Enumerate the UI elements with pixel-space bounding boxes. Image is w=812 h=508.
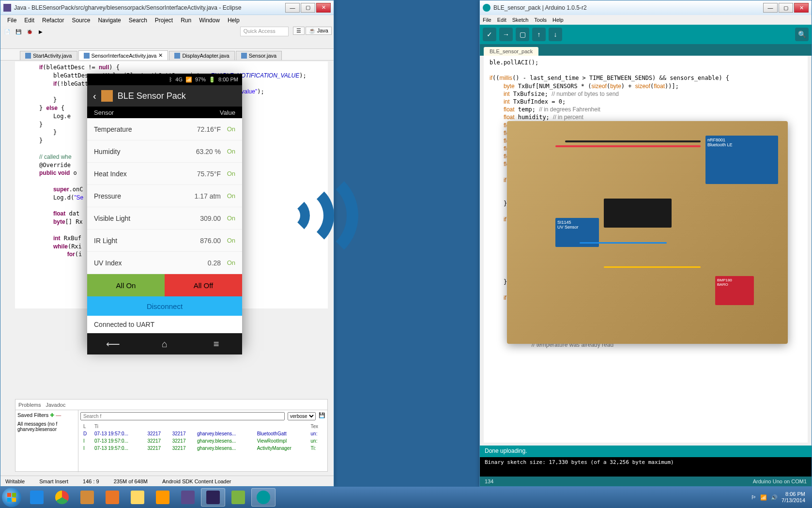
circuit-board-image: nRF8001 Bluetooth LE SI1145 UV Sensor BM… bbox=[507, 121, 788, 344]
menu-file[interactable]: File bbox=[483, 17, 491, 23]
nav-back-button[interactable]: ⟵ bbox=[103, 338, 123, 350]
svg-rect-2 bbox=[7, 498, 11, 502]
eclipse-icon bbox=[206, 491, 220, 504]
close-button[interactable]: ✕ bbox=[794, 3, 809, 13]
chrome-icon bbox=[55, 491, 69, 504]
debug-button[interactable]: 🐞 bbox=[25, 27, 34, 36]
logcat-search-input[interactable] bbox=[80, 412, 285, 420]
windows-taskbar: 🏳 📶 🔊 8:06 PM 7/13/2014 bbox=[0, 487, 812, 508]
sensor-row-heat-index[interactable]: Heat Index75.75°FOn bbox=[87, 163, 242, 185]
tab-sensor[interactable]: Sensor.java bbox=[236, 51, 282, 60]
open-sketch-button[interactable]: ↑ bbox=[532, 28, 546, 41]
menu-help[interactable]: Help bbox=[552, 17, 564, 23]
menu-file[interactable]: File bbox=[3, 16, 20, 25]
save-button[interactable]: 💾 bbox=[14, 27, 23, 36]
tab-startactivity[interactable]: StartActivity.java bbox=[20, 51, 77, 60]
taskbar-matlab[interactable] bbox=[100, 488, 124, 507]
app-icon bbox=[181, 491, 195, 504]
tray-volume-icon[interactable]: 🔊 bbox=[771, 494, 778, 501]
sensor-row-humidity[interactable]: Humidity63.20 %On bbox=[87, 140, 242, 163]
menu-run[interactable]: Run bbox=[177, 16, 195, 25]
save-sketch-button[interactable]: ↓ bbox=[549, 28, 562, 41]
arduino-status: Done uploading. bbox=[480, 446, 812, 457]
minimize-button[interactable]: — bbox=[285, 3, 300, 13]
disconnect-button[interactable]: Disconnect bbox=[87, 296, 242, 316]
logcat-level-select[interactable]: verbose bbox=[288, 412, 316, 420]
tray-network-icon[interactable]: 📶 bbox=[760, 494, 767, 501]
menu-edit[interactable]: Edit bbox=[497, 17, 506, 23]
arduino-titlebar[interactable]: BLE_sensor_pack | Arduino 1.0.5-r2 — ▢ ✕ bbox=[480, 0, 812, 15]
menu-source[interactable]: Source bbox=[68, 16, 94, 25]
taskbar-explorer[interactable] bbox=[125, 488, 150, 507]
run-button[interactable]: ▶ bbox=[36, 27, 46, 36]
eclipse-icon bbox=[3, 4, 11, 12]
log-row[interactable]: D07-13 19:57:0...3221732217gharvey.blese… bbox=[81, 431, 324, 437]
system-tray: 🏳 📶 🔊 8:06 PM 7/13/2014 bbox=[746, 491, 810, 504]
taskbar-ie[interactable] bbox=[25, 488, 49, 507]
verify-button[interactable]: ✓ bbox=[483, 28, 496, 41]
maximize-button[interactable]: ▢ bbox=[779, 3, 793, 13]
arduino-toolbar: ✓ → ▢ ↑ ↓ 🔍 bbox=[480, 25, 812, 44]
save-log-icon[interactable]: 💾 bbox=[319, 412, 325, 420]
sensor-row-temperature[interactable]: Temperature72.16°FOn bbox=[87, 118, 242, 140]
menu-refactor[interactable]: Refactor bbox=[38, 16, 68, 25]
col-value: Value bbox=[220, 109, 235, 116]
menu-sketch[interactable]: Sketch bbox=[512, 17, 529, 23]
java-perspective-button[interactable]: ☕ Java bbox=[306, 27, 332, 35]
new-button[interactable]: 📄 bbox=[2, 27, 12, 36]
taskbar-chrome[interactable] bbox=[50, 488, 74, 507]
java-file-icon bbox=[174, 53, 180, 59]
close-button[interactable]: ✕ bbox=[316, 3, 331, 13]
sensor-list-header: Sensor Value bbox=[87, 107, 242, 118]
java-file-icon bbox=[25, 53, 31, 59]
taskbar-app2[interactable] bbox=[176, 488, 200, 507]
taskbar-app3[interactable] bbox=[226, 488, 250, 507]
start-button[interactable] bbox=[2, 488, 21, 507]
taskbar-media[interactable] bbox=[151, 488, 175, 507]
log-row[interactable]: I07-13 19:57:0...3221732217gharvey.blese… bbox=[81, 438, 324, 444]
eclipse-title: Java - BLESensorPack/src/gharvey/blesens… bbox=[14, 4, 285, 11]
log-row[interactable]: I07-13 19:57:0...3221732217gharvey.blese… bbox=[81, 445, 324, 451]
eclipse-titlebar[interactable]: Java - BLESensorPack/src/gharvey/blesens… bbox=[0, 0, 334, 15]
menu-edit[interactable]: Edit bbox=[20, 16, 38, 25]
taskbar-arduino[interactable] bbox=[251, 488, 276, 507]
sensor-row-visible-light[interactable]: Visible Light309.00On bbox=[87, 207, 242, 230]
menu-tools[interactable]: Tools bbox=[534, 17, 547, 23]
back-button[interactable]: ‹ bbox=[93, 91, 96, 102]
tab-problems[interactable]: Problems bbox=[18, 402, 41, 408]
upload-button[interactable]: → bbox=[499, 28, 513, 41]
tray-clock[interactable]: 8:06 PM 7/13/2014 bbox=[781, 491, 805, 504]
taskbar-app1[interactable] bbox=[75, 488, 99, 507]
phone-statusbar: ᛒ 4G 📶 97% 🔋 8:00 PM bbox=[87, 74, 242, 85]
filter-all-messages[interactable]: All messages (no f bbox=[17, 421, 76, 427]
new-sketch-button[interactable]: ▢ bbox=[516, 28, 529, 41]
maximize-button[interactable]: ▢ bbox=[301, 3, 315, 13]
all-off-button[interactable]: All Off bbox=[165, 274, 242, 296]
menu-navigate[interactable]: Navigate bbox=[94, 16, 124, 25]
open-perspective-button[interactable]: ☰ bbox=[293, 27, 305, 35]
nav-home-button[interactable]: ⌂ bbox=[155, 339, 174, 350]
menu-window[interactable]: Window bbox=[195, 16, 224, 25]
tray-flag-icon[interactable]: 🏳 bbox=[751, 494, 756, 500]
sensor-row-uv-index[interactable]: UV Index0.28On bbox=[87, 252, 242, 274]
serial-monitor-button[interactable]: 🔍 bbox=[795, 28, 809, 41]
tab-displayadapter[interactable]: DisplayAdapter.java bbox=[169, 51, 234, 60]
menu-project[interactable]: Project bbox=[151, 16, 177, 25]
sensor-row-pressure[interactable]: Pressure1.17 atmOn bbox=[87, 185, 242, 207]
all-on-button[interactable]: All On bbox=[87, 274, 165, 296]
app-icon bbox=[101, 90, 113, 102]
tab-javadoc[interactable]: Javadoc bbox=[46, 402, 65, 408]
quick-access-input[interactable]: Quick Access bbox=[240, 27, 289, 36]
minimize-button[interactable]: — bbox=[763, 3, 778, 13]
menu-search[interactable]: Search bbox=[125, 16, 151, 25]
filter-app[interactable]: gharvey.blesensor bbox=[17, 427, 76, 432]
arduino-sketch-tab[interactable]: BLE_sensor_pack bbox=[484, 47, 538, 56]
logcat-table: verbose 💾 LTiTex D07-13 19:57:0...322173… bbox=[78, 410, 327, 472]
tab-sensorinterfaceactivity[interactable]: SensorInterfaceActivity.java ✕ bbox=[78, 50, 169, 60]
java-file-icon bbox=[241, 53, 247, 59]
nav-recent-button[interactable]: ≡ bbox=[207, 339, 226, 350]
menu-help[interactable]: Help bbox=[224, 16, 244, 25]
taskbar-eclipse[interactable] bbox=[201, 488, 225, 507]
media-icon bbox=[156, 491, 169, 504]
sensor-row-ir-light[interactable]: IR Light876.00On bbox=[87, 230, 242, 252]
